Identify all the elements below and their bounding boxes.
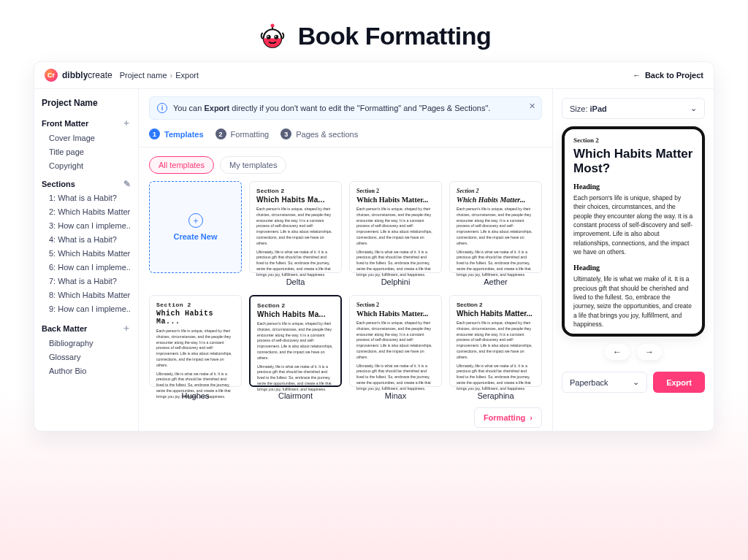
chip-all-templates[interactable]: All templates xyxy=(149,156,214,174)
plus-circle-icon: ＋ xyxy=(188,213,203,228)
step-tab[interactable]: 1Templates xyxy=(149,129,204,139)
preview-title: Which Habits Matter Most? xyxy=(573,147,693,175)
sidebar-item-back-matter[interactable]: Author Bio xyxy=(42,367,131,375)
pencil-icon[interactable]: ✎ xyxy=(123,179,131,189)
chevron-down-icon: ⌄ xyxy=(690,104,697,113)
template-name: Delta xyxy=(286,277,305,286)
template-card-body: Each person's life is unique, shaped by … xyxy=(256,207,335,247)
template-card[interactable]: Section 2 Which Habits Matter... Each pe… xyxy=(449,181,542,273)
chip-my-templates[interactable]: My templates xyxy=(220,156,286,174)
sidebar-item-section[interactable]: 9: How can I impleme.. xyxy=(42,304,131,313)
step-tab[interactable]: 3Pages & sections xyxy=(280,129,358,139)
step-number-icon: 3 xyxy=(280,129,291,139)
sidebar-item-back-matter[interactable]: Glossary xyxy=(42,353,131,361)
template-card-body: Ultimately, life is what we make of it. … xyxy=(457,250,535,278)
back-to-project-link[interactable]: ← Back to Project xyxy=(633,71,703,80)
main-panel: i You can Export directly if you don't w… xyxy=(138,89,553,431)
template-card-title: Which Habits Ma... xyxy=(257,310,334,318)
sidebar-item-back-matter[interactable]: Bibliography xyxy=(42,339,131,348)
svg-point-2 xyxy=(267,35,271,39)
step-number-icon: 2 xyxy=(215,129,226,139)
topbar: Cr dibblycreate Project name › Export ← … xyxy=(34,62,714,89)
prev-page-button[interactable]: ← xyxy=(605,344,630,360)
sidebar-item-section[interactable]: 5: Which Habits Matter xyxy=(42,249,131,258)
close-icon[interactable]: ✕ xyxy=(529,101,535,111)
plus-icon[interactable]: ＋ xyxy=(122,322,131,334)
preview-section-label: Section 2 xyxy=(573,137,693,144)
brand[interactable]: Cr dibblycreate xyxy=(45,69,112,82)
preview-panel: Size: iPad ⌄ Section 2 Which Habits Matt… xyxy=(553,89,714,431)
preview-paragraph: Each person's life is unique, shaped by … xyxy=(573,193,693,256)
template-card-body: Ultimately, life is what we make of it. … xyxy=(356,250,435,278)
template-card-title: Which Habits Ma... xyxy=(256,196,335,204)
sidebar-item-section[interactable]: 4: What is a Habit? xyxy=(42,235,131,244)
brand-badge-icon: Cr xyxy=(45,69,58,82)
template-card-body: Each person's life is unique, shaped by … xyxy=(356,207,435,247)
preview-heading: Heading xyxy=(573,264,693,272)
template-card[interactable]: Section 2 Which Habits Matter... Each pe… xyxy=(449,295,542,387)
template-card-body: Ultimately, life is what we make of it. … xyxy=(356,364,435,392)
template-card[interactable]: Section 2 Which Habits Ma... Each person… xyxy=(149,295,242,387)
template-name: Aether xyxy=(484,277,507,286)
svg-point-4 xyxy=(267,36,269,37)
template-section-label: Section 2 xyxy=(156,302,234,308)
sidebar-item-section[interactable]: 7: What is a Habit? xyxy=(42,277,131,285)
info-banner: i You can Export directly if you don't w… xyxy=(149,96,542,120)
template-section-label: Section 2 xyxy=(356,188,435,194)
output-format-select[interactable]: Paperback ⌄ xyxy=(562,372,647,393)
preview-size-select[interactable]: Size: iPad ⌄ xyxy=(562,98,705,119)
app-window: Cr dibblycreate Project name › Export ← … xyxy=(34,61,714,431)
breadcrumb-item[interactable]: Export xyxy=(175,71,199,80)
sidebar-group-front-matter[interactable]: Front Matter xyxy=(42,119,88,128)
template-card-body: Ultimately, life is what we make of it. … xyxy=(457,364,535,392)
sidebar-item-section[interactable]: 3: How can I impleme.. xyxy=(42,221,131,230)
step-number-icon: 1 xyxy=(149,129,160,139)
next-page-button[interactable]: → xyxy=(637,344,662,360)
sidebar-item-front-matter[interactable]: Cover Image xyxy=(42,134,131,142)
template-section-label: Section 2 xyxy=(257,302,334,309)
device-preview: Section 2 Which Habits Matter Most? Head… xyxy=(562,126,705,337)
sidebar: Project Name Front Matter ＋ Cover ImageT… xyxy=(34,89,138,431)
template-card-body: Each person's life is unique, shaped by … xyxy=(156,329,234,369)
preview-pager: ← → xyxy=(562,344,705,360)
arrow-left-icon: ← xyxy=(613,347,622,357)
size-select-label: Size: iPad xyxy=(570,104,607,113)
template-card-title: Which Habits Matter... xyxy=(457,310,535,318)
template-card[interactable]: Section 2 Which Habits Ma... Each person… xyxy=(249,181,342,273)
sidebar-item-front-matter[interactable]: Title page xyxy=(42,147,131,156)
next-button-label: Formatting xyxy=(484,413,525,422)
template-card-title: Which Habits Matter... xyxy=(356,310,435,318)
breadcrumb-item[interactable]: Project name xyxy=(120,71,167,80)
chevron-down-icon: ⌄ xyxy=(633,377,639,387)
export-button[interactable]: Export xyxy=(653,372,705,393)
step-label: Templates xyxy=(164,130,204,139)
template-card[interactable]: Section 2 Which Habits Matter... Each pe… xyxy=(349,181,442,273)
step-tab[interactable]: 2Formatting xyxy=(215,129,270,139)
sidebar-item-front-matter[interactable]: Copyright xyxy=(42,161,131,170)
template-name: Hughes xyxy=(182,391,210,400)
create-new-label: Create New xyxy=(174,232,218,241)
arrow-right-icon: → xyxy=(645,347,654,357)
sidebar-item-section[interactable]: 8: Which Habits Matter xyxy=(42,291,131,299)
sidebar-group-sections[interactable]: Sections xyxy=(42,180,75,188)
sidebar-item-section[interactable]: 1: What is a Habit? xyxy=(42,193,131,202)
next-formatting-button[interactable]: Formatting › xyxy=(474,407,542,428)
plus-icon[interactable]: ＋ xyxy=(122,117,131,129)
create-new-template[interactable]: ＋ Create New xyxy=(149,181,242,273)
robot-icon xyxy=(257,20,288,51)
sidebar-item-section[interactable]: 2: Which Habits Matter xyxy=(42,207,131,216)
sidebar-item-section[interactable]: 6: How can I impleme.. xyxy=(42,263,131,272)
svg-point-5 xyxy=(275,36,276,37)
sidebar-project-title: Project Name xyxy=(42,98,131,108)
sidebar-group-back-matter[interactable]: Back Matter xyxy=(42,324,87,333)
template-card-title: Which Habits Ma... xyxy=(156,310,234,326)
step-tabs: 1Templates2Formatting3Pages & sections xyxy=(139,126,552,147)
template-card-body: Each person's life is unique, shaped by … xyxy=(457,207,535,247)
template-section-label: Section 2 xyxy=(457,188,535,194)
template-card[interactable]: Section 2 Which Habits Matter... Each pe… xyxy=(349,295,442,387)
info-icon: i xyxy=(157,103,167,113)
template-name: Delphini xyxy=(381,277,411,286)
template-card[interactable]: Section 2 Which Habits Ma... Each person… xyxy=(249,295,342,387)
template-name: Seraphina xyxy=(477,391,514,400)
template-name: Clairmont xyxy=(278,391,313,400)
